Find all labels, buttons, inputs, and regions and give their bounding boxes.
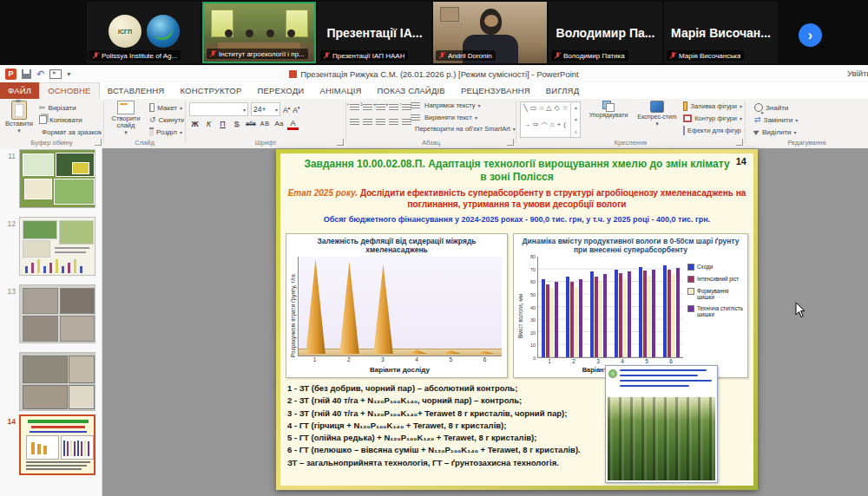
align-text-button[interactable]: Вирівняти текст▾ <box>407 112 516 124</box>
shape-outline-button[interactable]: Контур фігури▾ <box>681 112 744 124</box>
font-family-select[interactable]: ▾ <box>189 102 248 116</box>
undo-icon[interactable]: ↶ <box>36 69 44 79</box>
ribbon-tab-file[interactable]: ФАЙЛ <box>0 82 39 99</box>
save-icon[interactable] <box>22 69 31 79</box>
shape-icon[interactable]: ☆ <box>562 104 569 119</box>
sign-in-link[interactable]: Увійти <box>847 65 868 82</box>
shape-icon[interactable]: ○ <box>539 104 543 119</box>
font-size-select[interactable]: 24+▾ <box>251 102 280 116</box>
hop-field-photo <box>608 397 715 480</box>
shape-icon[interactable]: ◠ <box>542 121 548 135</box>
reset-button[interactable]: ↺Скинути <box>148 114 184 126</box>
section-button[interactable]: Розділ▾ <box>148 126 184 138</box>
participant-label: Інститут агроекології і пр... <box>207 49 308 59</box>
smartart-button[interactable]: Перетворити на об'єкт SmartArt▾ <box>407 123 516 135</box>
shape-icon[interactable]: △ <box>546 104 551 119</box>
slide[interactable]: 14 Завдання 10.00.02.08.П. Адаптація тех… <box>276 149 758 490</box>
ribbon-tab-home[interactable]: ОСНОВНЕ <box>39 82 99 99</box>
align-right-icon[interactable] <box>376 118 385 126</box>
font-color-button[interactable]: А <box>287 118 299 130</box>
text-direction-button[interactable]: Напрямок тексту▾ <box>407 100 516 112</box>
font-case-button[interactable]: Аа <box>273 118 285 130</box>
bullets-icon[interactable]: • <box>350 103 359 111</box>
shape-fill-button[interactable]: Заливка фігури▾ <box>681 100 744 112</box>
participant-tile[interactable]: Інститут агроекології і пр... <box>202 2 316 63</box>
slide-thumbnail[interactable] <box>19 352 95 411</box>
participant-tile[interactable]: ІСГПPolissya Institute of Ag... <box>87 2 201 63</box>
group-label-slide: Слайд <box>104 139 185 147</box>
slide-thumbnail[interactable] <box>19 149 95 208</box>
dialog-launcher-icon[interactable] <box>507 139 514 146</box>
slide-thumbnail[interactable] <box>19 414 95 475</box>
slide-thumbnail[interactable] <box>19 217 95 276</box>
bar <box>648 276 651 357</box>
bar <box>623 278 627 357</box>
shape-icon[interactable]: ( <box>563 121 566 135</box>
chevron-down-icon: ▾ <box>275 107 278 113</box>
layout-button[interactable]: Макет▾ <box>148 101 184 114</box>
participant-tile[interactable]: Andrii Doronin <box>433 2 547 63</box>
find-button[interactable]: Знайти <box>753 101 857 114</box>
shape-icon[interactable]: ◇ <box>554 104 559 119</box>
participant-tile[interactable]: Володимир Па...Володимир Патика <box>549 2 662 63</box>
ribbon-tab-animations[interactable]: АНІМАЦІЯ <box>312 82 369 99</box>
next-participants-button[interactable]: › <box>799 23 822 47</box>
person-shape <box>287 29 295 37</box>
shape-icon[interactable]: ⇨ <box>533 121 539 135</box>
align-center-icon[interactable] <box>363 118 372 126</box>
shape-icon[interactable]: + <box>557 121 562 135</box>
variant-line: 4 - ГТ (гірчиця + N₁₂₀P₁₀₀K₁₄₀ + Terawet… <box>287 420 581 432</box>
font-strike-button[interactable]: абв <box>245 118 257 130</box>
font-bold-button[interactable]: Ж <box>189 118 201 130</box>
y-tick-label: 80 <box>530 254 536 259</box>
align-left-icon[interactable] <box>350 118 359 126</box>
copy-button[interactable]: Копіювати <box>37 114 102 126</box>
dialog-launcher-icon[interactable] <box>736 139 743 146</box>
bar <box>590 271 594 357</box>
chevron-down-icon: ▾ <box>243 107 246 113</box>
thumb-art <box>23 220 57 239</box>
slideshow-icon[interactable] <box>49 69 62 79</box>
decrease-indent-icon[interactable]: ◂ <box>376 103 385 111</box>
thumb-art <box>37 444 41 454</box>
qat-dropdown-icon[interactable]: ▾ <box>67 70 70 78</box>
participant-tile[interactable]: Презентації ІА...Презентації ІАП НААН <box>318 2 431 63</box>
shape-effects-button[interactable]: Ефекти для фігур▾ <box>681 124 744 136</box>
ribbon-tab-design[interactable]: КОНСТРУКТОР <box>172 82 249 99</box>
font-spacing-button[interactable]: АВ <box>260 118 271 130</box>
quick-styles-button[interactable]: Експрес-стилі ▾ <box>635 101 680 127</box>
dialog-launcher-icon[interactable] <box>337 139 344 146</box>
ribbon-tab-insert[interactable]: ВСТАВЛЕННЯ <box>100 82 173 99</box>
shape-icon[interactable]: ⌂ <box>550 121 555 135</box>
format-painter-button[interactable]: Формат за зразком <box>37 126 102 138</box>
numbering-icon[interactable]: 1 <box>363 103 372 111</box>
replace-button[interactable]: ⇄Замінити▾ <box>753 114 857 126</box>
bar-group <box>611 257 635 357</box>
paste-button[interactable]: Вставити ▾ <box>4 101 34 134</box>
shape-icon[interactable]: → <box>523 121 530 135</box>
participant-tile[interactable]: Марія Височан...Марія Височанська <box>664 2 778 63</box>
justify-icon[interactable] <box>389 118 398 126</box>
shape-icon[interactable]: ╲ <box>523 104 528 119</box>
dialog-launcher-icon[interactable] <box>95 139 102 146</box>
font-underline-button[interactable]: П <box>217 118 228 130</box>
shrink-font-button[interactable]: А▾ <box>293 105 299 114</box>
font-italic-button[interactable]: К <box>203 118 214 130</box>
select-button[interactable]: Виділити▾ <box>753 126 857 138</box>
thumb-art <box>25 266 28 273</box>
shape-icon[interactable]: ▭ <box>530 104 537 119</box>
cut-button[interactable]: ✂Вирізати <box>37 101 102 114</box>
ribbon-tab-transitions[interactable]: ПЕРЕХОДИ <box>249 82 312 99</box>
arrange-button[interactable]: Упорядкувати <box>586 101 631 119</box>
gallery-scroll[interactable]: ▲▼≡ <box>570 101 581 138</box>
ribbon-tab-view[interactable]: ВИГЛЯД <box>538 82 588 99</box>
y-axis-label: Розрахункові втрати ґрунту, т/га <box>288 257 298 375</box>
ribbon-tab-slideshow[interactable]: ПОКАЗ СЛАЙДІВ <box>370 82 453 99</box>
increase-indent-icon[interactable]: ▸ <box>389 103 398 111</box>
new-slide-button[interactable]: Створити слайд ▾ <box>107 101 145 135</box>
ribbon-tab-review[interactable]: РЕЦЕНЗУВАННЯ <box>453 82 538 99</box>
grow-font-button[interactable]: А▴ <box>283 105 290 114</box>
thumb-art <box>80 266 82 273</box>
font-shadow-button[interactable]: S <box>231 118 242 130</box>
slide-thumbnail[interactable] <box>19 284 95 343</box>
